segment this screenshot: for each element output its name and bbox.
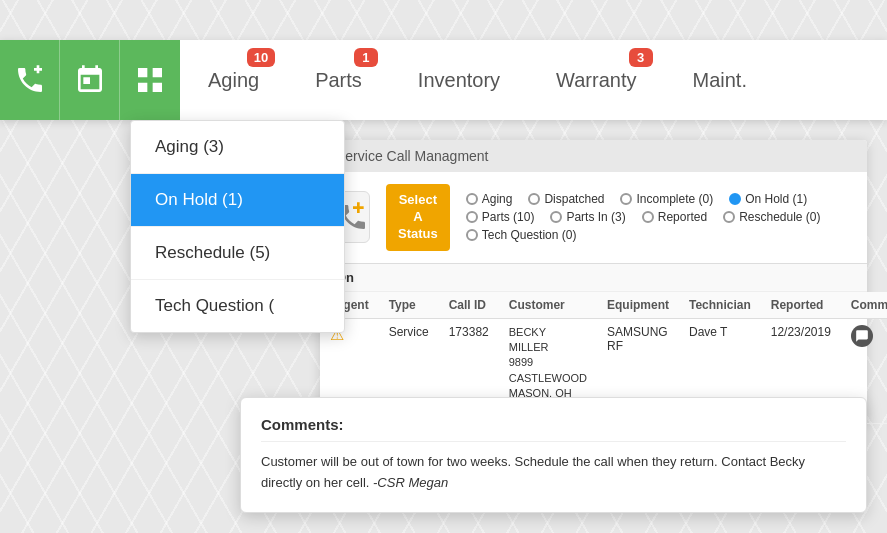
radio-techquestion-label: Tech Question (0): [482, 228, 577, 242]
radio-circle-parts: [466, 211, 478, 223]
service-panel-title: Service Call Managment: [320, 140, 867, 172]
service-panel-header: SelectA Status Aging Dispatched Incomple…: [320, 172, 867, 264]
tab-inventory-label: Inventory: [418, 69, 500, 92]
radio-onhold-label: On Hold (1): [745, 192, 807, 206]
warranty-badge: 3: [629, 48, 653, 67]
tab-warranty-label: Warranty: [556, 69, 636, 92]
nav-tabs: 10 Aging 1 Parts Inventory 3 Warranty Ma…: [180, 40, 887, 120]
on-label: On: [320, 264, 867, 292]
dropdown-aging[interactable]: Aging (3): [131, 121, 344, 174]
tab-warranty[interactable]: 3 Warranty: [528, 40, 664, 120]
radio-parts[interactable]: Parts (10): [466, 210, 535, 224]
radio-partsin[interactable]: Parts In (3): [550, 210, 625, 224]
comments-tooltip: Comments: Customer will be out of town f…: [240, 397, 867, 513]
service-call-panel: Service Call Managment SelectA Status Ag…: [320, 140, 867, 424]
dropdown-reschedule[interactable]: Reschedule (5): [131, 227, 344, 280]
radio-circle-reported: [642, 211, 654, 223]
radio-dispatched-label: Dispatched: [544, 192, 604, 206]
radio-onhold[interactable]: On Hold (1): [729, 192, 807, 206]
col-equipment: Equipment: [597, 292, 679, 319]
radio-circle-techquestion: [466, 229, 478, 241]
phone-add-icon: [14, 64, 46, 96]
radio-circle-dispatched: [528, 193, 540, 205]
radio-circle-incomplete: [620, 193, 632, 205]
calendar-button[interactable]: [60, 40, 120, 120]
status-dropdown: Aging (3) On Hold (1) Reschedule (5) Tec…: [130, 120, 345, 333]
dropdown-onhold[interactable]: On Hold (1): [131, 174, 344, 227]
col-reported: Reported: [761, 292, 841, 319]
radio-circle-aging: [466, 193, 478, 205]
grid-button[interactable]: [120, 40, 180, 120]
radio-aging[interactable]: Aging: [466, 192, 513, 206]
radio-techquestion[interactable]: Tech Question (0): [466, 228, 577, 242]
tab-parts[interactable]: 1 Parts: [287, 40, 390, 120]
radio-incomplete[interactable]: Incomplete (0): [620, 192, 713, 206]
radio-incomplete-label: Incomplete (0): [636, 192, 713, 206]
tab-aging-label: Aging: [208, 69, 259, 92]
nav-icon-group: [0, 40, 180, 120]
col-comments: Comments: [841, 292, 887, 319]
aging-badge: 10: [247, 48, 275, 67]
tab-aging[interactable]: 10 Aging: [180, 40, 287, 120]
col-type: Type: [379, 292, 439, 319]
select-status-button[interactable]: SelectA Status: [386, 184, 450, 251]
radio-reported[interactable]: Reported: [642, 210, 707, 224]
radio-dispatched[interactable]: Dispatched: [528, 192, 604, 206]
tab-inventory[interactable]: Inventory: [390, 40, 528, 120]
top-navigation: 10 Aging 1 Parts Inventory 3 Warranty Ma…: [0, 40, 887, 120]
parts-badge: 1: [354, 48, 378, 67]
tab-parts-label: Parts: [315, 69, 362, 92]
calendar-icon: [74, 64, 106, 96]
tab-maint[interactable]: Maint.: [665, 40, 775, 120]
dropdown-techquestion[interactable]: Tech Question (: [131, 280, 344, 332]
radio-circle-onhold: [729, 193, 741, 205]
radio-circle-reschedule: [723, 211, 735, 223]
col-callid: Call ID: [439, 292, 499, 319]
tab-maint-label: Maint.: [693, 69, 747, 92]
comment-bubble-icon: [851, 325, 873, 347]
status-radio-group: Aging Dispatched Incomplete (0) On Hold …: [466, 192, 851, 242]
radio-aging-label: Aging: [482, 192, 513, 206]
speech-bubble-icon: [855, 329, 869, 343]
radio-reported-label: Reported: [658, 210, 707, 224]
radio-partsin-label: Parts In (3): [566, 210, 625, 224]
phone-add-button[interactable]: [0, 40, 60, 120]
radio-reschedule[interactable]: Reschedule (0): [723, 210, 820, 224]
grid-icon: [134, 64, 166, 96]
comments-tooltip-title: Comments:: [261, 416, 846, 442]
comments-tooltip-text: Customer will be out of town for two wee…: [261, 452, 846, 494]
radio-reschedule-label: Reschedule (0): [739, 210, 820, 224]
col-customer: Customer: [499, 292, 597, 319]
radio-parts-label: Parts (10): [482, 210, 535, 224]
col-technician: Technician: [679, 292, 761, 319]
radio-circle-partsin: [550, 211, 562, 223]
